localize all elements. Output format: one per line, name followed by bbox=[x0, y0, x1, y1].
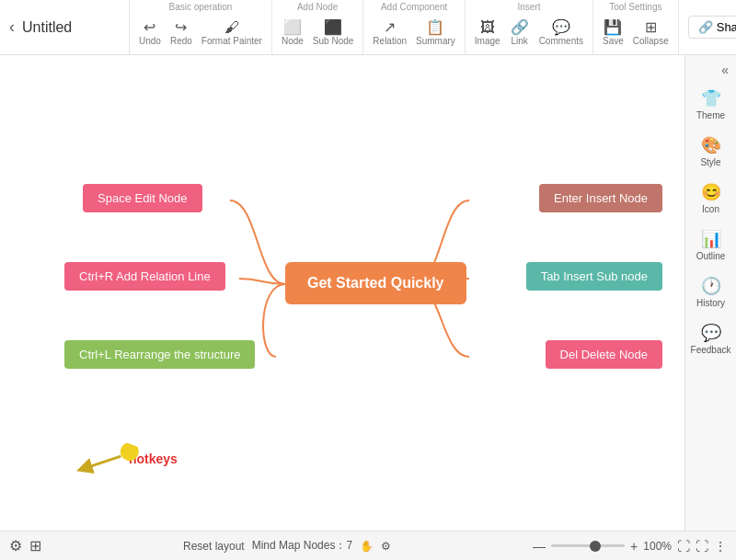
zoom-slider[interactable] bbox=[551, 544, 625, 547]
extra-icon[interactable]: ⋮ bbox=[714, 539, 727, 554]
settings-icon[interactable]: ⚙ bbox=[9, 537, 22, 554]
sub-node-icon: ⬛ bbox=[324, 20, 342, 35]
style-icon: 🎨 bbox=[701, 135, 721, 155]
icon-icon: 😊 bbox=[701, 182, 721, 202]
main: Get Started Quickly Space Edit Node Ctrl… bbox=[0, 55, 736, 531]
outline-icon: 📊 bbox=[701, 229, 721, 249]
relation-label: Relation bbox=[373, 36, 407, 46]
toolbar-items-tool-settings: 💾 Save ⊞ Collapse bbox=[599, 14, 673, 52]
collapse-icon: ⊞ bbox=[645, 20, 657, 35]
bottom-left: ⚙ ⊞ bbox=[9, 537, 41, 554]
left-node-2-label: Ctrl+R Add Relation Line bbox=[79, 269, 211, 283]
undo-button[interactable]: ↩ Undo bbox=[135, 18, 165, 48]
toolbar-group-label-add-node: Add Node bbox=[278, 2, 357, 12]
zoom-percent: 100% bbox=[643, 540, 672, 553]
settings2-icon[interactable]: ⚙ bbox=[381, 540, 391, 553]
comments-label: Comments bbox=[539, 36, 583, 46]
share-label: Share bbox=[717, 20, 736, 34]
toolbar-right: 🔗 Share 📤 Export bbox=[678, 0, 736, 54]
node-button[interactable]: ⬜ Node bbox=[278, 18, 307, 48]
sidebar-item-theme[interactable]: 👕 Theme bbox=[685, 81, 736, 128]
left-node-1[interactable]: Space Edit Node bbox=[83, 184, 202, 212]
toolbar-items-insert: 🖼 Image 🔗 Link 💬 Comments bbox=[471, 14, 587, 52]
bottom-right: — + 100% ⛶ ⛶ ⋮ bbox=[533, 539, 727, 554]
share-button[interactable]: 🔗 Share bbox=[688, 16, 736, 39]
toolbar-group-add-component: Add Component ↗ Relation 📋 Summary bbox=[362, 0, 465, 54]
zoom-plus-button[interactable]: + bbox=[630, 539, 638, 554]
sidebar-item-history[interactable]: 🕐 History bbox=[685, 269, 736, 315]
collapse-button[interactable]: ⊞ Collapse bbox=[629, 18, 673, 48]
sub-node-label: Sub Node bbox=[313, 36, 353, 46]
save-label: Save bbox=[603, 36, 624, 46]
right-node-1-label: Enter Insert Node bbox=[554, 191, 648, 205]
redo-label: Redo bbox=[170, 36, 192, 46]
outline-label: Outline bbox=[696, 251, 726, 261]
bottom-bar: ⚙ ⊞ Reset layout Mind Map Nodes：7 ✋ ⚙ — … bbox=[0, 531, 736, 560]
sidebar-toggle-button[interactable]: « bbox=[685, 59, 736, 81]
share-icon: 🔗 bbox=[698, 20, 713, 34]
toolbar-items-add-node: ⬜ Node ⬛ Sub Node bbox=[278, 14, 357, 52]
reset-layout-button[interactable]: Reset layout bbox=[183, 540, 245, 553]
canvas[interactable]: Get Started Quickly Space Edit Node Ctrl… bbox=[0, 55, 684, 531]
bottom-center: Reset layout Mind Map Nodes：7 ✋ ⚙ bbox=[52, 538, 522, 554]
relation-button[interactable]: ↗ Relation bbox=[369, 18, 410, 48]
node-count-label: Mind Map Nodes：7 bbox=[252, 538, 352, 554]
save-icon: 💾 bbox=[604, 20, 622, 35]
image-button[interactable]: 🖼 Image bbox=[471, 18, 504, 48]
sub-node-button[interactable]: ⬛ Sub Node bbox=[309, 18, 357, 48]
left-node-2[interactable]: Ctrl+R Add Relation Line bbox=[64, 262, 225, 291]
hand-icon[interactable]: ✋ bbox=[360, 540, 374, 553]
summary-icon: 📋 bbox=[426, 20, 444, 35]
style-label: Style bbox=[700, 157, 720, 167]
redo-icon: ↪ bbox=[175, 20, 187, 35]
summary-button[interactable]: 📋 Summary bbox=[412, 18, 459, 48]
left-node-1-label: Space Edit Node bbox=[98, 191, 188, 205]
toolbar-group-insert: Insert 🖼 Image 🔗 Link 💬 Comments bbox=[465, 0, 592, 54]
save-button[interactable]: 💾 Save bbox=[599, 18, 627, 48]
right-node-3[interactable]: Del Delete Node bbox=[546, 340, 662, 369]
right-node-2[interactable]: Tab Insert Sub node bbox=[526, 262, 662, 291]
toolbar-group-label-tool-settings: Tool Settings bbox=[599, 2, 673, 12]
collapse-label: Collapse bbox=[633, 36, 669, 46]
history-label: History bbox=[696, 298, 725, 308]
comments-button[interactable]: 💬 Comments bbox=[535, 18, 587, 48]
link-icon: 🔗 bbox=[511, 20, 529, 35]
format-painter-button[interactable]: 🖌 Format Painter bbox=[198, 18, 266, 48]
comments-icon: 💬 bbox=[552, 20, 570, 35]
left-node-3-label: Ctrl+L Rearrange the structure bbox=[79, 348, 240, 361]
sidebar-item-icon[interactable]: 😊 Icon bbox=[685, 175, 736, 222]
undo-icon: ↩ bbox=[144, 20, 155, 35]
image-label: Image bbox=[475, 36, 500, 46]
grid-icon[interactable]: ⊞ bbox=[29, 537, 41, 554]
left-node-3[interactable]: Ctrl+L Rearrange the structure bbox=[64, 340, 255, 369]
toolbar-groups: Basic operation ↩ Undo ↪ Redo 🖌 Format P… bbox=[129, 0, 678, 54]
sidebar-item-style[interactable]: 🎨 Style bbox=[685, 128, 736, 175]
svg-line-2 bbox=[85, 446, 121, 479]
fullscreen-icon[interactable]: ⛶ bbox=[696, 539, 708, 554]
redo-button[interactable]: ↪ Redo bbox=[167, 18, 196, 48]
zoom-slider-thumb bbox=[590, 541, 601, 552]
zoom-minus-button[interactable]: — bbox=[533, 539, 546, 554]
toolbar-group-basic: Basic operation ↩ Undo ↪ Redo 🖌 Format P… bbox=[129, 0, 271, 54]
back-button[interactable]: ‹ bbox=[9, 17, 15, 37]
right-node-1[interactable]: Enter Insert Node bbox=[539, 184, 662, 212]
right-node-2-label: Tab Insert Sub node bbox=[541, 269, 648, 283]
fit-screen-icon[interactable]: ⛶ bbox=[677, 539, 690, 554]
image-icon: 🖼 bbox=[480, 20, 495, 35]
mindmap: Get Started Quickly Space Edit Node Ctrl… bbox=[55, 129, 681, 497]
sidebar-item-feedback[interactable]: 💬 Feedback bbox=[685, 315, 736, 362]
toolbar-group-label-add-component: Add Component bbox=[369, 2, 459, 12]
format-painter-label: Format Painter bbox=[201, 36, 262, 46]
header: ‹ Untitled Basic operation ↩ Undo ↪ Redo… bbox=[0, 0, 736, 55]
right-node-3-label: Del Delete Node bbox=[560, 348, 648, 361]
document-title: Untitled bbox=[22, 19, 72, 36]
toolbar-group-add-node: Add Node ⬜ Node ⬛ Sub Node bbox=[271, 0, 362, 54]
toolbar-group-label-basic: Basic operation bbox=[135, 2, 266, 12]
center-node[interactable]: Get Started Quickly bbox=[285, 262, 466, 304]
sidebar-item-outline[interactable]: 📊 Outline bbox=[685, 222, 736, 269]
toolbar-items-add-component: ↗ Relation 📋 Summary bbox=[369, 14, 459, 52]
right-sidebar: « 👕 Theme 🎨 Style 😊 Icon 📊 Outline 🕐 His… bbox=[684, 55, 736, 531]
feedback-label: Feedback bbox=[691, 345, 731, 355]
center-node-label: Get Started Quickly bbox=[307, 275, 444, 291]
link-button[interactable]: 🔗 Link bbox=[506, 18, 534, 48]
